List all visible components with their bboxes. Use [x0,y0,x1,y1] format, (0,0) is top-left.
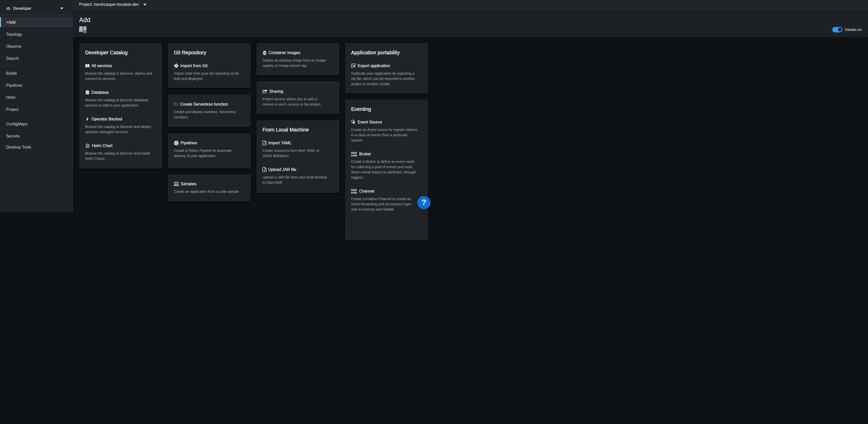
svg-text:HELM: HELM [86,145,90,146]
